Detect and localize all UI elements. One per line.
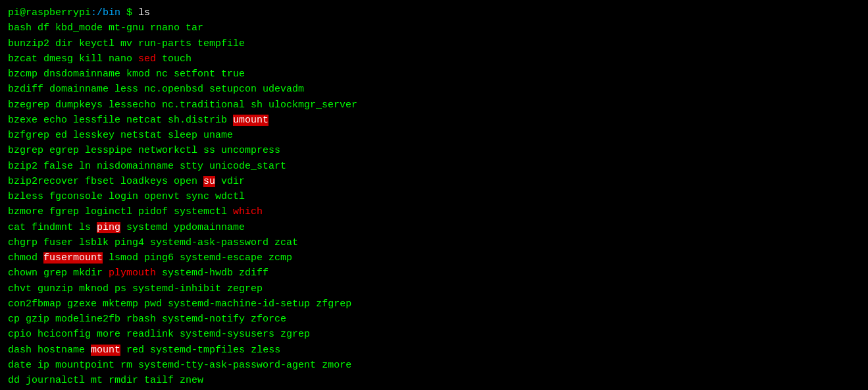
cell: nisdomainname: [97, 161, 180, 172]
cell: dd: [8, 375, 26, 386]
cell: [316, 360, 322, 371]
cell: mktemp: [103, 298, 144, 310]
ls-row-17: chown grep mkdir plymouth systemd-hwdb z…: [8, 265, 860, 281]
cell: sh: [251, 99, 268, 111]
cell: dnsdomainname: [43, 69, 126, 80]
cell: sed: [138, 53, 162, 65]
cell: unicode_start: [209, 161, 286, 172]
cell: which: [233, 206, 263, 217]
cell: zdiff: [239, 267, 268, 279]
cell: loadkeys: [120, 176, 174, 187]
cell: [245, 345, 251, 356]
cell: red: [126, 345, 150, 356]
cell: hciconfig: [38, 329, 97, 340]
cell: loginctl: [85, 206, 138, 217]
terminal: pi@raspberrypi:/bin $ ls bash df kbd_mod…: [8, 5, 860, 390]
ls-row-6: bzegrep dumpkeys lessecho nc.traditional…: [8, 98, 860, 113]
cell: df: [38, 22, 55, 34]
cell: sleep: [168, 130, 203, 141]
cell: systemd-inhibit: [132, 283, 221, 294]
ls-row-5: bzdiff domainname less nc.openbsd setupc…: [8, 82, 860, 97]
ls-row-21: cpio hciconfig more readlink systemd-sys…: [8, 327, 860, 342]
cell: ps: [115, 283, 132, 294]
cell: fgconsole: [49, 191, 109, 202]
cell: dash: [8, 345, 38, 356]
ls-row-13: bzmore fgrep loginctl pidof systemctl wh…: [8, 204, 860, 219]
cell: domainname: [49, 84, 115, 95]
cell: ln: [79, 161, 97, 172]
cell: systemd-hwdb: [162, 267, 239, 279]
cell: bzip2recover: [8, 176, 85, 187]
cell: kbd_mode: [55, 22, 109, 34]
which-highlight: which: [233, 206, 263, 217]
cell: zgrep: [280, 329, 310, 340]
cell: lsmod: [109, 252, 144, 264]
cell: bzmore: [8, 206, 49, 217]
cell: kill: [79, 53, 109, 65]
cell: bzless: [8, 191, 49, 202]
cell: zcat: [274, 237, 298, 248]
cell: lesskey: [73, 130, 120, 141]
cell: systemd-ask-password: [150, 237, 268, 248]
cell: hostname: [38, 345, 91, 356]
cell: mountpoint: [55, 360, 120, 371]
cell: cp: [8, 314, 26, 325]
cell: cpio: [8, 329, 38, 340]
cell: rbash: [126, 314, 162, 325]
cell: bzexe: [8, 115, 43, 126]
cell: true: [221, 69, 245, 80]
ls-row-11: bzip2recover fbset loadkeys open su vdir: [8, 174, 860, 189]
cell: bzcmp: [8, 69, 43, 80]
cell: open: [174, 176, 203, 187]
cell: zcmp: [268, 252, 292, 264]
cell: findmnt: [32, 222, 79, 233]
cell: systemd: [126, 222, 174, 233]
cell: dir: [55, 38, 79, 49]
cell: systemd-sysusers: [180, 329, 274, 340]
cell: touch: [162, 53, 191, 65]
cell: run-parts: [138, 38, 197, 49]
cell: lesspipe: [85, 145, 138, 156]
cell: ss: [203, 145, 221, 156]
cell: stty: [180, 161, 209, 172]
ping-highlight: ping: [97, 222, 120, 233]
cell: kmod: [126, 69, 156, 80]
cell: zless: [251, 345, 280, 356]
cell: sync: [186, 191, 215, 202]
cell: plymouth: [109, 267, 162, 279]
cell: fusermount: [43, 252, 109, 264]
cell: umount: [233, 115, 268, 126]
cell: lessfile: [73, 115, 126, 126]
cell: mt: [91, 375, 109, 386]
cell: ping6: [144, 252, 180, 264]
ls-row-14: cat findmnt ls ping systemd ypdomainname: [8, 220, 860, 235]
ls-row-15: chgrp fuser lsblk ping4 systemd-ask-pass…: [8, 235, 860, 250]
cell: [274, 329, 280, 340]
ls-row-8: bzfgrep ed lesskey netstat sleep uname: [8, 128, 860, 143]
cell: less: [115, 84, 144, 95]
cell: znew: [180, 375, 203, 386]
cell: bzgrep: [8, 145, 49, 156]
cell: ip: [38, 360, 55, 371]
cell: readlink: [126, 329, 180, 340]
cell: tempfile: [197, 38, 245, 49]
cell: chmod: [8, 252, 43, 264]
ls-row-18: chvt gunzip mknod ps systemd-inhibit zeg…: [8, 281, 860, 296]
cell: bunzip2: [8, 38, 55, 49]
cell: ulockmgr_server: [268, 99, 357, 111]
ls-row-16: chmod fusermount lsmod ping6 systemd-esc…: [8, 250, 860, 265]
prompt-cmd: ls: [132, 7, 150, 18]
cell: ls: [79, 222, 97, 233]
cell: keyctl: [79, 38, 120, 49]
cell: ping4: [115, 237, 150, 248]
ls-output: bash df kbd_mode mt-gnu rnano tar bunzip…: [8, 20, 860, 388]
ls-row-19: con2fbmap gzexe mktemp pwd systemd-machi…: [8, 296, 860, 312]
cell: zmore: [322, 360, 351, 371]
cell: sh.distrib: [168, 115, 233, 126]
cell: egrep: [49, 145, 85, 156]
cell: vdir: [221, 176, 245, 187]
prompt-user: pi@raspberrypi: [8, 7, 91, 18]
cell: rnano: [150, 22, 186, 34]
cell: pwd: [144, 298, 168, 310]
cell: nano: [109, 53, 138, 65]
